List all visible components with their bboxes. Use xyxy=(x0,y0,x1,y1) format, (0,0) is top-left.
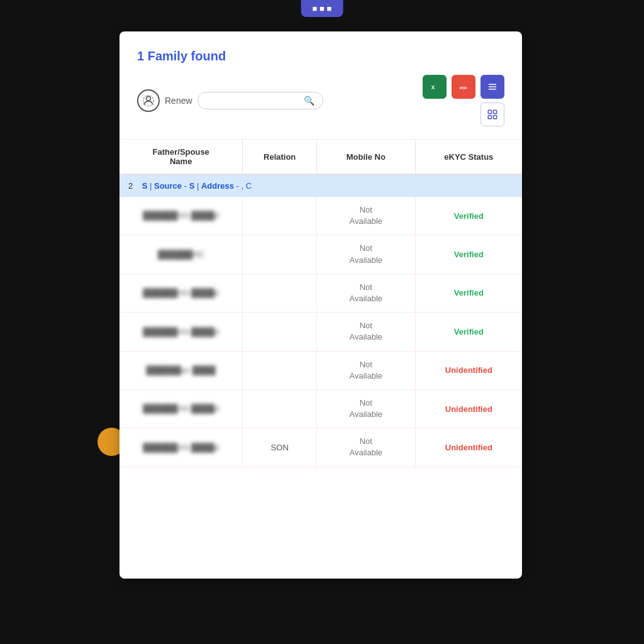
family-table: Father/SpouseName Relation Mobile No eKY… xyxy=(119,140,522,467)
cell-father-name: ██████AN ████d xyxy=(119,428,243,467)
table-row: ██████an ████NotAvailableUnidentified xyxy=(119,351,522,389)
svg-rect-12 xyxy=(494,116,497,119)
cell-mobile: NotAvailable xyxy=(316,235,415,274)
table-row: ██████RENotAvailableVerified xyxy=(119,235,522,274)
cell-ekyc-status: Unidentified xyxy=(415,351,522,389)
top-button[interactable]: ■ ■ ■ xyxy=(301,0,343,17)
table-row: ██████AN ████dSONNotAvailableUnidentifie… xyxy=(119,428,522,467)
cell-mobile: NotAvailable xyxy=(316,197,415,235)
cell-father-name: ██████AN ████d xyxy=(119,313,243,351)
col-header-father-spouse: Father/SpouseName xyxy=(119,140,243,174)
table-row: ██████AN ████dNotAvailableUnidentified xyxy=(119,389,522,428)
export-buttons: X PDF xyxy=(423,75,504,126)
card-header: 1 Family found Renew 🔍 xyxy=(119,31,522,140)
svg-point-0 xyxy=(147,96,151,101)
svg-rect-8 xyxy=(489,89,496,90)
cell-relation: SON xyxy=(243,428,317,467)
info-banner-row: 2 S | Source - S | Address - , C xyxy=(119,174,522,197)
search-input[interactable] xyxy=(206,96,300,106)
person-icon[interactable] xyxy=(137,89,160,112)
svg-rect-10 xyxy=(494,110,497,113)
cell-father-name: ██████AN ████d xyxy=(119,197,243,235)
search-icon: 🔍 xyxy=(304,96,314,106)
cell-father-name: ██████RE xyxy=(119,235,243,274)
renew-area: Renew 🔍 xyxy=(137,89,416,112)
family-found-label: 1 Family found xyxy=(137,49,504,64)
svg-text:X: X xyxy=(431,85,435,91)
main-card: 1 Family found Renew 🔍 xyxy=(119,31,522,579)
table-header-row: Father/SpouseName Relation Mobile No eKY… xyxy=(119,140,522,174)
cell-mobile: NotAvailable xyxy=(316,313,415,351)
col-header-ekyc: eKYC Status xyxy=(415,140,522,174)
svg-rect-7 xyxy=(489,86,496,87)
renew-label: Renew xyxy=(165,96,192,106)
table-row: ██████AN ████dNotAvailableVerified xyxy=(119,197,522,235)
cell-ekyc-status: Unidentified xyxy=(415,428,522,467)
grid-view-button[interactable] xyxy=(480,103,504,126)
svg-rect-9 xyxy=(488,110,491,113)
cell-mobile: NotAvailable xyxy=(316,274,415,312)
cell-ekyc-status: Verified xyxy=(415,235,522,274)
cell-relation xyxy=(243,351,317,389)
excel-export-button[interactable]: X xyxy=(423,75,447,99)
cell-mobile: NotAvailable xyxy=(316,351,415,389)
info-banner-cell: 2 S | Source - S | Address - , C xyxy=(119,174,522,197)
cell-relation xyxy=(243,197,317,235)
cell-relation xyxy=(243,274,317,312)
left-sidebar xyxy=(0,0,119,644)
col-header-mobile: Mobile No xyxy=(316,140,415,174)
cell-ekyc-status: Verified xyxy=(415,274,522,312)
list-view-button[interactable] xyxy=(480,75,504,99)
svg-rect-11 xyxy=(488,116,491,119)
table-row: ██████AN ████dNotAvailableVerified xyxy=(119,274,522,312)
cell-relation xyxy=(243,313,317,351)
cell-father-name: ██████AN ████d xyxy=(119,389,243,428)
svg-rect-6 xyxy=(489,84,496,86)
table-row: ██████AN ████dNotAvailableVerified xyxy=(119,313,522,351)
cell-mobile: NotAvailable xyxy=(316,389,415,428)
pdf-export-button[interactable]: PDF xyxy=(452,75,475,99)
search-box[interactable]: 🔍 xyxy=(197,92,323,109)
cell-ekyc-status: Verified xyxy=(415,197,522,235)
cell-father-name: ██████AN ████d xyxy=(119,274,243,312)
col-header-relation: Relation xyxy=(243,140,317,174)
cell-ekyc-status: Verified xyxy=(415,313,522,351)
cell-relation xyxy=(243,389,317,428)
cell-father-name: ██████an ████ xyxy=(119,351,243,389)
cell-relation xyxy=(243,235,317,274)
table-wrapper: Father/SpouseName Relation Mobile No eKY… xyxy=(119,140,522,467)
cell-ekyc-status: Unidentified xyxy=(415,389,522,428)
toolbar: Renew 🔍 X PDF xyxy=(137,75,504,126)
cell-mobile: NotAvailable xyxy=(316,428,415,467)
svg-text:PDF: PDF xyxy=(460,86,467,90)
